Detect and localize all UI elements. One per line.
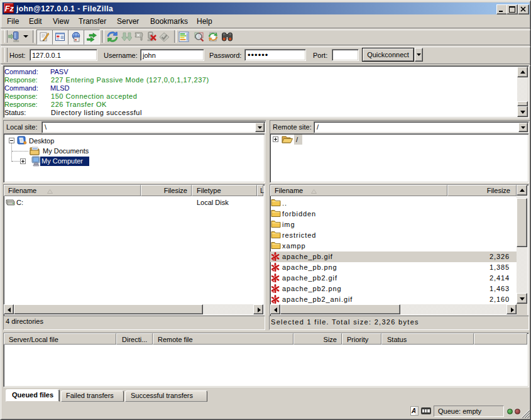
svg-text:Fz: Fz — [5, 4, 14, 13]
